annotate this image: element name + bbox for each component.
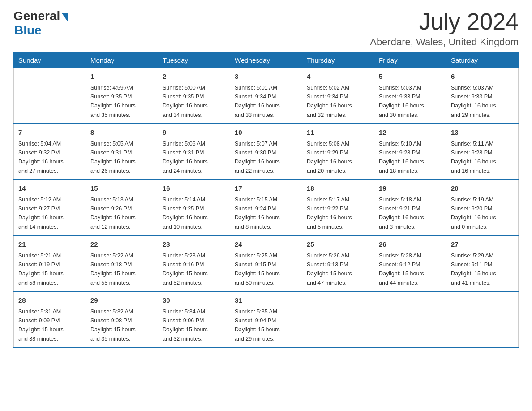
day-info: Sunrise: 5:11 AM Sunset: 9:28 PM Dayligh… [451,141,496,174]
day-number: 14 [18,184,81,194]
day-number: 15 [90,184,153,194]
calendar-cell: 4Sunrise: 5:02 AM Sunset: 9:34 PM Daylig… [302,68,374,124]
day-number: 19 [379,184,442,194]
day-info: Sunrise: 5:23 AM Sunset: 9:16 PM Dayligh… [163,253,208,286]
calendar-cell: 11Sunrise: 5:08 AM Sunset: 9:29 PM Dayli… [302,124,374,180]
day-number: 13 [451,128,514,138]
calendar-cell: 28Sunrise: 5:31 AM Sunset: 9:09 PM Dayli… [14,291,86,347]
day-info: Sunrise: 4:59 AM Sunset: 9:35 PM Dayligh… [90,85,136,118]
logo-blue: Blue [14,23,42,38]
day-info: Sunrise: 5:05 AM Sunset: 9:31 PM Dayligh… [90,141,136,174]
calendar-cell: 15Sunrise: 5:13 AM Sunset: 9:26 PM Dayli… [86,180,158,235]
day-number: 18 [307,184,369,194]
calendar-weekday-sunday: Sunday [14,53,86,68]
day-number: 29 [90,295,153,306]
calendar-cell: 2Sunrise: 5:00 AM Sunset: 9:35 PM Daylig… [158,68,230,124]
calendar-cell: 8Sunrise: 5:05 AM Sunset: 9:31 PM Daylig… [86,124,158,180]
calendar-week-5: 28Sunrise: 5:31 AM Sunset: 9:09 PM Dayli… [14,291,519,347]
day-number: 23 [163,240,225,250]
day-info: Sunrise: 5:22 AM Sunset: 9:18 PM Dayligh… [90,253,136,286]
day-info: Sunrise: 5:13 AM Sunset: 9:26 PM Dayligh… [90,197,136,230]
day-info: Sunrise: 5:08 AM Sunset: 9:29 PM Dayligh… [307,141,352,174]
calendar-cell: 25Sunrise: 5:26 AM Sunset: 9:13 PM Dayli… [302,235,374,291]
day-info: Sunrise: 5:03 AM Sunset: 9:33 PM Dayligh… [379,85,424,118]
calendar-cell: 13Sunrise: 5:11 AM Sunset: 9:28 PM Dayli… [446,124,519,180]
calendar-cell: 19Sunrise: 5:18 AM Sunset: 9:21 PM Dayli… [374,180,446,235]
day-info: Sunrise: 5:34 AM Sunset: 9:06 PM Dayligh… [163,308,208,342]
day-info: Sunrise: 5:06 AM Sunset: 9:31 PM Dayligh… [163,141,208,174]
calendar-cell: 17Sunrise: 5:15 AM Sunset: 9:24 PM Dayli… [230,180,302,235]
day-number: 27 [451,240,514,250]
calendar-cell [14,68,86,124]
day-number: 2 [163,72,225,82]
day-info: Sunrise: 5:29 AM Sunset: 9:11 PM Dayligh… [451,253,496,286]
title-block: July 2024 Aberdare, Wales, United Kingdo… [370,9,519,48]
calendar-cell: 10Sunrise: 5:07 AM Sunset: 9:30 PM Dayli… [230,124,302,180]
day-number: 30 [163,295,225,306]
day-number: 8 [90,128,153,138]
calendar-table: SundayMondayTuesdayWednesdayThursdayFrid… [13,52,519,348]
day-info: Sunrise: 5:15 AM Sunset: 9:24 PM Dayligh… [235,197,280,230]
calendar-week-4: 21Sunrise: 5:21 AM Sunset: 9:19 PM Dayli… [14,235,519,291]
logo-arrow-icon [61,13,68,21]
day-number: 31 [235,295,297,306]
day-number: 4 [307,72,369,82]
calendar-cell: 3Sunrise: 5:01 AM Sunset: 9:34 PM Daylig… [230,68,302,124]
day-number: 9 [163,128,225,138]
day-info: Sunrise: 5:18 AM Sunset: 9:21 PM Dayligh… [379,197,424,230]
day-number: 11 [307,128,369,138]
day-info: Sunrise: 5:10 AM Sunset: 9:28 PM Dayligh… [379,141,424,174]
logo-general: General [13,9,60,23]
day-info: Sunrise: 5:12 AM Sunset: 9:27 PM Dayligh… [18,197,64,230]
day-info: Sunrise: 5:31 AM Sunset: 9:09 PM Dayligh… [18,308,64,342]
calendar-cell: 31Sunrise: 5:35 AM Sunset: 9:04 PM Dayli… [230,291,302,347]
calendar-cell: 12Sunrise: 5:10 AM Sunset: 9:28 PM Dayli… [374,124,446,180]
calendar-weekday-saturday: Saturday [446,53,519,68]
calendar-cell [446,291,519,347]
day-number: 12 [379,128,442,138]
calendar-cell: 7Sunrise: 5:04 AM Sunset: 9:32 PM Daylig… [14,124,86,180]
calendar-header-row: SundayMondayTuesdayWednesdayThursdayFrid… [14,53,519,68]
day-number: 16 [163,184,225,194]
calendar-weekday-wednesday: Wednesday [230,53,302,68]
day-info: Sunrise: 5:02 AM Sunset: 9:34 PM Dayligh… [307,85,352,118]
calendar-cell: 16Sunrise: 5:14 AM Sunset: 9:25 PM Dayli… [158,180,230,235]
logo: General Blue [13,9,68,38]
calendar-cell: 6Sunrise: 5:03 AM Sunset: 9:33 PM Daylig… [446,68,519,124]
day-number: 20 [451,184,514,194]
day-info: Sunrise: 5:25 AM Sunset: 9:15 PM Dayligh… [235,253,280,286]
day-info: Sunrise: 5:28 AM Sunset: 9:12 PM Dayligh… [379,253,424,286]
day-info: Sunrise: 5:00 AM Sunset: 9:35 PM Dayligh… [163,85,208,118]
calendar-cell: 23Sunrise: 5:23 AM Sunset: 9:16 PM Dayli… [158,235,230,291]
day-number: 28 [18,295,81,306]
page-header: General Blue July 2024 Aberdare, Wales, … [13,9,519,48]
calendar-weekday-monday: Monday [86,53,158,68]
day-info: Sunrise: 5:21 AM Sunset: 9:19 PM Dayligh… [18,253,64,286]
calendar-cell: 21Sunrise: 5:21 AM Sunset: 9:19 PM Dayli… [14,235,86,291]
day-number: 26 [379,240,442,250]
calendar-week-3: 14Sunrise: 5:12 AM Sunset: 9:27 PM Dayli… [14,180,519,235]
calendar-cell [374,291,446,347]
day-number: 22 [90,240,153,250]
calendar-cell: 29Sunrise: 5:32 AM Sunset: 9:08 PM Dayli… [86,291,158,347]
calendar-cell: 26Sunrise: 5:28 AM Sunset: 9:12 PM Dayli… [374,235,446,291]
day-number: 5 [379,72,442,82]
day-number: 10 [235,128,297,138]
day-info: Sunrise: 5:07 AM Sunset: 9:30 PM Dayligh… [235,141,280,174]
day-info: Sunrise: 5:14 AM Sunset: 9:25 PM Dayligh… [163,197,208,230]
calendar-cell: 14Sunrise: 5:12 AM Sunset: 9:27 PM Dayli… [14,180,86,235]
day-info: Sunrise: 5:32 AM Sunset: 9:08 PM Dayligh… [90,308,136,342]
day-number: 1 [90,72,153,82]
day-info: Sunrise: 5:03 AM Sunset: 9:33 PM Dayligh… [451,85,496,118]
calendar-cell: 18Sunrise: 5:17 AM Sunset: 9:22 PM Dayli… [302,180,374,235]
day-number: 17 [235,184,297,194]
day-number: 25 [307,240,369,250]
logo-text: General [13,9,68,23]
day-number: 7 [18,128,81,138]
calendar-cell: 27Sunrise: 5:29 AM Sunset: 9:11 PM Dayli… [446,235,519,291]
calendar-weekday-friday: Friday [374,53,446,68]
calendar-cell: 9Sunrise: 5:06 AM Sunset: 9:31 PM Daylig… [158,124,230,180]
day-number: 21 [18,240,81,250]
calendar-cell: 22Sunrise: 5:22 AM Sunset: 9:18 PM Dayli… [86,235,158,291]
day-number: 3 [235,72,297,82]
